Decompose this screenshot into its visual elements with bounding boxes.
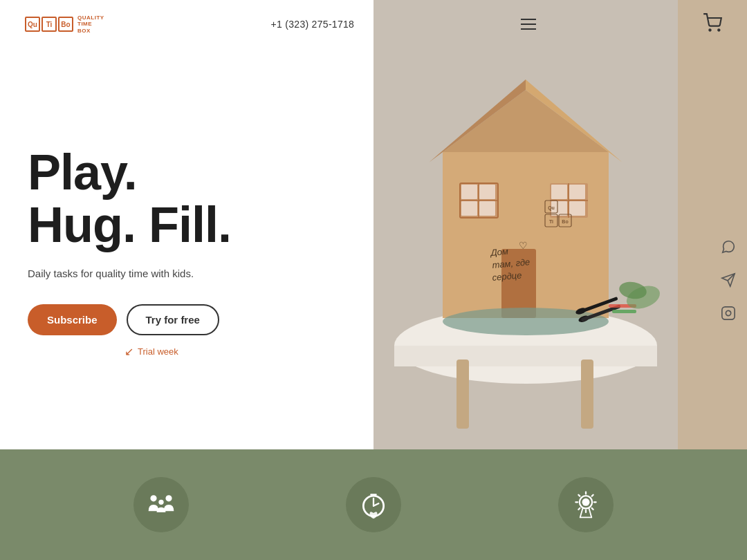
svg-line-64 <box>591 508 593 510</box>
svg-line-65 <box>591 495 593 496</box>
svg-text:Дом: Дом <box>489 246 509 258</box>
feature-timer <box>346 477 401 532</box>
svg-point-50 <box>151 495 157 501</box>
features-section <box>0 449 747 560</box>
hero-image-area: Qu Ti Bo Дом там, где сердце ♡ <box>374 0 747 449</box>
svg-point-58 <box>582 498 589 506</box>
subscribe-button[interactable]: Subscribe <box>28 304 117 335</box>
svg-point-51 <box>166 495 172 501</box>
svg-text:♡: ♡ <box>519 240 528 251</box>
whatsapp-button[interactable] <box>718 236 739 257</box>
social-sidebar <box>710 225 747 335</box>
svg-rect-43 <box>612 310 636 313</box>
svg-rect-16 <box>479 185 495 199</box>
telegram-button[interactable] <box>718 270 739 290</box>
svg-rect-6 <box>581 360 593 429</box>
logo-boxes: Qu Ti Bo <box>25 17 73 32</box>
svg-point-1 <box>718 29 719 30</box>
hero-buttons: Subscribe Try for free ↙ Trial week <box>28 304 339 358</box>
trial-week-text: Trial week <box>138 346 178 357</box>
header-nav <box>521 19 536 30</box>
try-free-button[interactable]: Try for free <box>127 304 219 335</box>
timer-heart-icon <box>358 489 389 520</box>
svg-text:Bo: Bo <box>562 219 568 224</box>
svg-rect-17 <box>461 201 477 216</box>
feature-family-circle <box>133 477 189 532</box>
svg-line-68 <box>589 509 591 518</box>
feature-timer-circle <box>346 477 401 532</box>
instagram-button[interactable] <box>718 303 739 324</box>
family-icon <box>146 489 176 520</box>
svg-rect-5 <box>456 360 469 429</box>
logo: Qu Ti Bo QUALITY TIME BOX <box>25 15 104 35</box>
logo-box-ti: Ti <box>42 17 57 32</box>
logo-box-bo: Bo <box>58 17 73 32</box>
svg-rect-15 <box>461 185 477 199</box>
feature-award <box>558 477 614 532</box>
hamburger-menu[interactable] <box>521 19 536 30</box>
feature-family <box>133 477 189 532</box>
svg-line-66 <box>578 508 580 510</box>
svg-rect-25 <box>569 201 585 216</box>
svg-rect-18 <box>479 201 495 216</box>
hero-section: Play. Hug. Fill. Daily tasks for quality… <box>0 0 747 449</box>
cart-button[interactable] <box>703 13 722 35</box>
svg-rect-48 <box>722 307 735 319</box>
button-row: Subscribe Try for free <box>28 304 219 335</box>
hero-image-svg: Qu Ti Bo Дом там, где сердце ♡ <box>374 0 678 449</box>
trial-arrow-icon: ↙ <box>124 345 133 358</box>
header: Qu Ti Bo QUALITY TIME BOX +1 (323) 275-1… <box>0 0 747 48</box>
feature-award-circle <box>558 477 614 532</box>
header-phone: +1 (323) 275-1718 <box>271 19 355 30</box>
logo-tagline: QUALITY TIME BOX <box>77 15 104 35</box>
trial-week-label: ↙ Trial week <box>124 345 178 358</box>
hero-subtitle: Daily tasks for quality time with kids. <box>28 268 339 279</box>
svg-rect-4 <box>394 346 657 366</box>
svg-point-0 <box>709 29 710 30</box>
hero-left: Play. Hug. Fill. Daily tasks for quality… <box>0 0 374 449</box>
headline-line2: Hug. Fill. <box>28 199 339 252</box>
award-icon <box>571 489 601 520</box>
svg-text:Ti: Ti <box>549 219 553 224</box>
svg-line-63 <box>578 495 580 496</box>
hero-headline: Play. Hug. Fill. <box>28 147 339 251</box>
svg-rect-22 <box>551 185 567 199</box>
headline-line1: Play. <box>28 147 339 199</box>
hero-background: Qu Ti Bo Дом там, где сердце ♡ <box>374 0 747 449</box>
svg-line-67 <box>580 509 582 518</box>
svg-text:Qu: Qu <box>548 205 555 211</box>
svg-point-52 <box>159 500 164 505</box>
svg-rect-23 <box>569 185 585 199</box>
logo-box-qu: Qu <box>25 17 40 32</box>
